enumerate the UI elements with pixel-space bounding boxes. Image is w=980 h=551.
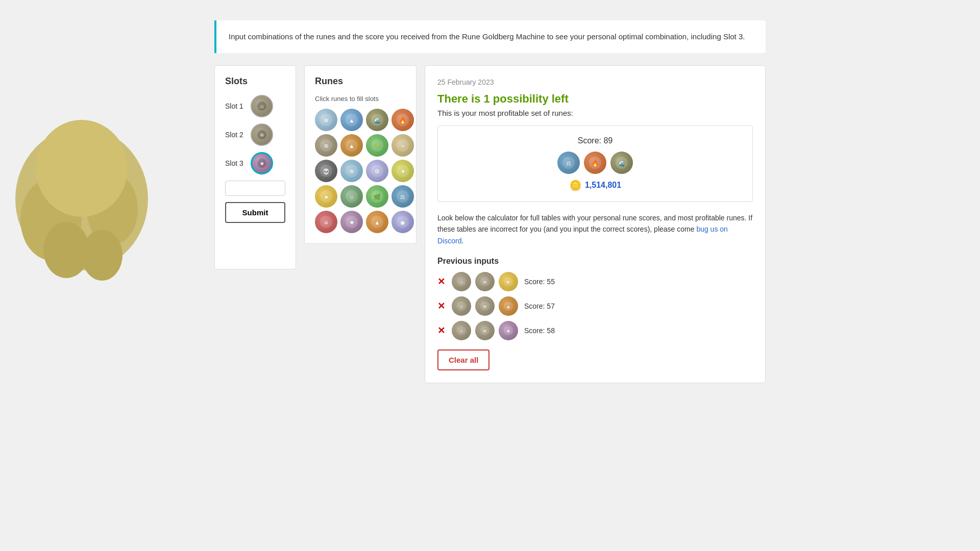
slot-rune-1: ☺ bbox=[255, 99, 269, 113]
rune-law[interactable]: ✦ bbox=[391, 160, 414, 182]
prev-rune-2-1: ☺ bbox=[452, 296, 471, 316]
svg-text:◉: ◉ bbox=[400, 219, 405, 226]
rune-nature2[interactable]: 🌿 bbox=[366, 185, 388, 208]
clear-all-button[interactable]: Clear all bbox=[437, 349, 489, 370]
rune-soul[interactable]: ◉ bbox=[391, 211, 414, 233]
result-rune-2: 🔥 bbox=[584, 152, 606, 174]
svg-text:▲: ▲ bbox=[349, 117, 355, 123]
score-label: Score: 89 bbox=[448, 136, 742, 145]
rune-mind[interactable]: ★ bbox=[340, 211, 363, 233]
svg-text:✦: ✦ bbox=[401, 168, 405, 174]
svg-point-3 bbox=[43, 222, 89, 278]
coin-row: 🪙 1,514,801 bbox=[448, 179, 742, 191]
slot-rune-2: ≋ bbox=[255, 128, 269, 142]
slots-title: Slots bbox=[225, 76, 285, 87]
rune-body[interactable]: ☺ bbox=[340, 185, 363, 208]
svg-text:🌱: 🌱 bbox=[374, 142, 381, 149]
svg-text:➤: ➤ bbox=[324, 194, 329, 200]
main-content: Slots Slot 1 ☺ Slot 2 ≋ Slot 3 bbox=[214, 65, 766, 383]
result-note: Look below the calculator for full table… bbox=[437, 212, 753, 246]
runes-grid: ≋ ▲ 🌊 🔥 ≋ ▲ 🌱 bbox=[315, 109, 406, 233]
svg-text:⚖: ⚖ bbox=[566, 160, 571, 166]
svg-text:🌿: 🌿 bbox=[374, 193, 381, 201]
rune-smoke[interactable]: ≋ bbox=[315, 134, 337, 157]
svg-text:≋: ≋ bbox=[483, 280, 487, 285]
slots-panel: Slots Slot 1 ☺ Slot 2 ≋ Slot 3 bbox=[214, 65, 296, 269]
rune-cosmic[interactable]: ⚙ bbox=[366, 160, 388, 182]
svg-text:★: ★ bbox=[349, 219, 355, 226]
prev-rune-3-1: ☺ bbox=[452, 321, 471, 340]
page-wrapper: Input combinations of the runes and the … bbox=[204, 0, 776, 404]
rune-blood[interactable]: ☠ bbox=[315, 211, 337, 233]
svg-point-5 bbox=[36, 120, 128, 217]
prev-inputs-title: Previous inputs bbox=[437, 257, 753, 266]
delete-x-3[interactable]: ✕ bbox=[437, 325, 448, 336]
slot-circle-1[interactable]: ☺ bbox=[251, 95, 273, 117]
rune-lava[interactable]: ▲ bbox=[366, 211, 388, 233]
svg-text:≈: ≈ bbox=[401, 143, 404, 149]
svg-text:▲: ▲ bbox=[375, 219, 380, 226]
result-date: 25 February 2023 bbox=[437, 78, 753, 86]
rune-mist[interactable]: ≋ bbox=[340, 160, 363, 182]
svg-text:☺: ☺ bbox=[459, 304, 463, 309]
score-input[interactable] bbox=[225, 181, 285, 196]
svg-text:≋: ≋ bbox=[324, 142, 329, 149]
prev-score-2: Score: 57 bbox=[524, 302, 555, 310]
svg-text:▲: ▲ bbox=[349, 143, 355, 149]
svg-text:▲: ▲ bbox=[506, 304, 511, 309]
rune-water[interactable]: ▲ bbox=[340, 109, 363, 131]
delete-x-2[interactable]: ✕ bbox=[437, 300, 448, 312]
rune-nature[interactable]: 🌱 bbox=[366, 134, 388, 157]
prev-rune-1-3: ➤ bbox=[499, 272, 518, 291]
slot-row-1: Slot 1 ☺ bbox=[225, 95, 285, 117]
coin-value: 1,514,801 bbox=[585, 181, 621, 190]
slot-row-3: Slot 3 ★ bbox=[225, 152, 285, 174]
svg-point-2 bbox=[87, 173, 138, 245]
score-box: Score: 89 ⚖ 🔥 🌊 🪙 1,514,801 bbox=[437, 126, 753, 202]
delete-x-1[interactable]: ✕ bbox=[437, 276, 448, 287]
rune-death[interactable]: 💀 bbox=[315, 160, 337, 182]
prev-rune-1-1: ☺ bbox=[452, 272, 471, 291]
prev-input-row-2: ✕ ☺ ≋ ▲ Score: 57 bbox=[437, 296, 753, 316]
slot-rune-3: ★ bbox=[255, 156, 269, 170]
svg-text:🔥: 🔥 bbox=[592, 160, 599, 167]
svg-text:≋: ≋ bbox=[349, 168, 354, 175]
slot-row-2: Slot 2 ≋ bbox=[225, 123, 285, 146]
rune-balance[interactable]: ⚖ bbox=[391, 185, 414, 208]
runes-subtitle: Click runes to fill slots bbox=[315, 95, 406, 103]
svg-text:☺: ☺ bbox=[459, 280, 463, 285]
svg-point-4 bbox=[82, 230, 122, 281]
rune-dust[interactable]: ≈ bbox=[391, 134, 414, 157]
svg-text:☺: ☺ bbox=[259, 104, 264, 109]
prev-rune-2-2: ≋ bbox=[475, 296, 495, 316]
svg-text:☺: ☺ bbox=[349, 194, 354, 200]
submit-button[interactable]: Submit bbox=[225, 202, 285, 223]
intro-text: Input combinations of the runes and the … bbox=[229, 31, 753, 43]
result-note-post: . bbox=[461, 237, 463, 245]
slot-label-2: Slot 2 bbox=[225, 131, 247, 139]
rune-earth[interactable]: 🌊 bbox=[366, 109, 388, 131]
rune-chaos[interactable]: ▲ bbox=[340, 134, 363, 157]
rune-air[interactable]: ≋ bbox=[315, 109, 337, 131]
prev-score-3: Score: 58 bbox=[524, 327, 555, 335]
prev-rune-1-2: ≋ bbox=[475, 272, 495, 291]
coin-icon: 🪙 bbox=[569, 179, 582, 191]
slot-circle-2[interactable]: ≋ bbox=[251, 123, 273, 146]
slot-circle-3[interactable]: ★ bbox=[251, 152, 273, 174]
result-rune-1: ⚖ bbox=[557, 152, 580, 174]
runes-title: Runes bbox=[315, 76, 406, 87]
rune-fire[interactable]: 🔥 bbox=[391, 109, 414, 131]
prev-input-row-1: ✕ ☺ ≋ ➤ Score: 55 bbox=[437, 272, 753, 291]
slot-label-3: Slot 3 bbox=[225, 159, 247, 167]
rune-wrath[interactable]: ➤ bbox=[315, 185, 337, 208]
svg-text:💀: 💀 bbox=[323, 168, 330, 175]
svg-point-1 bbox=[20, 179, 82, 260]
svg-text:🌊: 🌊 bbox=[374, 117, 381, 124]
prev-rune-3-2: ≋ bbox=[475, 321, 495, 340]
score-input-row bbox=[225, 181, 285, 196]
svg-text:≋: ≋ bbox=[324, 117, 329, 124]
svg-text:★: ★ bbox=[260, 161, 264, 166]
svg-text:≋: ≋ bbox=[483, 329, 487, 334]
svg-text:🌊: 🌊 bbox=[619, 160, 625, 167]
prev-rune-3-3: ★ bbox=[499, 321, 518, 340]
